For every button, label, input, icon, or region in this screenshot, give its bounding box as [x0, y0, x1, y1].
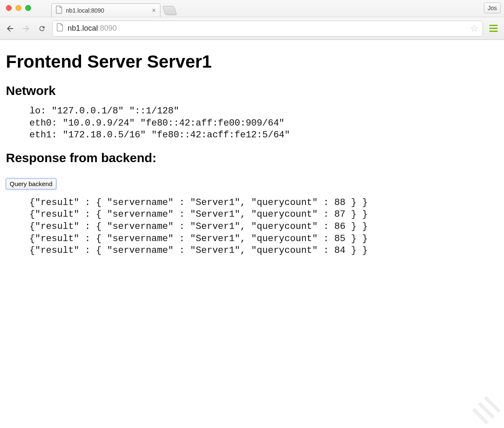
- response-heading: Response from backend:: [6, 151, 498, 165]
- browser-tab[interactable]: nb1.local:8090 ×: [51, 3, 160, 17]
- network-heading: Network: [6, 84, 498, 98]
- page-title: Frontend Server Server1: [6, 52, 498, 72]
- site-icon: [57, 23, 63, 34]
- toolbar: nb1.local:8090 ☆: [0, 17, 504, 39]
- query-backend-button[interactable]: Query backend: [6, 179, 56, 189]
- close-window-icon[interactable]: [6, 5, 12, 11]
- profile-label: Jos: [488, 5, 497, 11]
- tab-strip: nb1.local:8090 ×: [51, 0, 176, 17]
- forward-button[interactable]: [20, 23, 32, 34]
- network-info: lo: "127.0.0.1/8" "::1/128" eth0: "10.0.…: [6, 105, 498, 142]
- browser-chrome: nb1.local:8090 × Jos nb1.local:8090 ☆: [0, 0, 504, 40]
- back-button[interactable]: [4, 23, 16, 34]
- reload-button[interactable]: [36, 23, 48, 34]
- response-list: {"result" : { "servername" : "Server1", …: [6, 197, 498, 257]
- close-tab-icon[interactable]: ×: [152, 7, 156, 14]
- address-bar[interactable]: nb1.local:8090 ☆: [52, 21, 483, 37]
- new-tab-button[interactable]: [162, 6, 177, 15]
- page-content: Frontend Server Server1 Network lo: "127…: [0, 40, 504, 265]
- tab-title: nb1.local:8090: [66, 7, 148, 14]
- profile-button[interactable]: Jos: [484, 3, 501, 13]
- title-bar: nb1.local:8090 × Jos: [0, 0, 504, 17]
- window-controls: [6, 5, 31, 11]
- bookmark-star-icon[interactable]: ☆: [470, 23, 478, 34]
- url-host: nb1.local: [68, 24, 98, 33]
- minimize-window-icon[interactable]: [16, 5, 21, 11]
- hamburger-menu-icon[interactable]: [487, 25, 500, 32]
- watermark-icon: [472, 396, 501, 425]
- page-icon: [56, 5, 63, 15]
- url-port: :8090: [98, 24, 117, 33]
- maximize-window-icon[interactable]: [25, 5, 31, 11]
